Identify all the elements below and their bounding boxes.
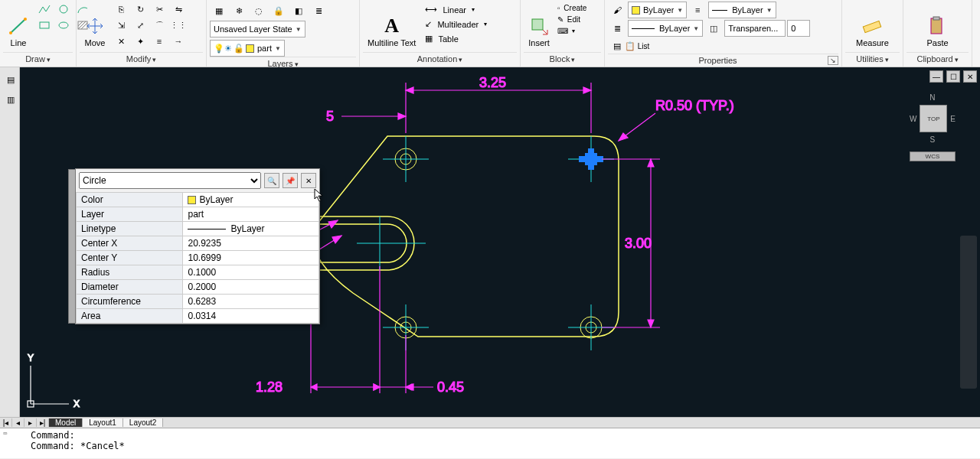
viewcube-n[interactable]: N (910, 93, 956, 102)
create-block-button[interactable]: ▫ Create (556, 3, 588, 13)
ellipse-button[interactable] (54, 18, 73, 33)
offset-button[interactable]: ≡ (150, 34, 168, 49)
palette-btn-2[interactable]: ▥ (2, 92, 20, 107)
prop-val[interactable]: 10.6999 (183, 251, 319, 265)
layer-props-button[interactable]: ▦ (210, 3, 228, 18)
property-row[interactable]: ColorByLayer (77, 193, 319, 207)
mirror-button[interactable]: ⇋ (169, 2, 188, 17)
fillet-button[interactable]: ⌒ (150, 18, 168, 33)
viewport-minimize-button[interactable]: — (929, 70, 943, 83)
tab-nav-last[interactable]: ▸| (37, 418, 49, 427)
viewcube-face[interactable]: TOP (920, 105, 947, 132)
palette-pin-button[interactable]: 📌 (283, 173, 298, 188)
multileader-button[interactable]: ↙ Multileader ▾ (422, 18, 490, 31)
panel-title-draw[interactable]: Draw▾ (3, 52, 73, 65)
property-row[interactable]: LinetypeByLayer (77, 222, 319, 236)
layer-freeze-button[interactable]: ❄ (230, 3, 248, 18)
trim-button[interactable]: ✂ (150, 2, 168, 17)
extend-button[interactable]: → (169, 34, 188, 49)
transparency-value[interactable]: 0 (787, 20, 810, 37)
prop-val[interactable]: 0.2000 (183, 280, 319, 295)
palette-btn-1[interactable]: ▤ (2, 72, 20, 87)
linear-dim-button[interactable]: ⟷ Linear ▾ (422, 3, 490, 16)
erase-button[interactable]: ✕ (112, 34, 130, 49)
tab-nav-next[interactable]: ▸ (24, 418, 37, 427)
palette-close-button[interactable]: ✕ (301, 173, 316, 188)
prop-val[interactable]: ByLayer (183, 193, 319, 207)
panel-title-annotation[interactable]: Annotation▾ (363, 52, 517, 65)
layer-lock-button[interactable]: 🔒 (270, 3, 288, 18)
panel-title-utilities[interactable]: Utilities▾ (845, 52, 900, 65)
rectangle-button[interactable] (35, 18, 54, 33)
panel-title-block[interactable]: Block▾ (524, 52, 601, 65)
table-button[interactable]: ▦ Table (422, 32, 490, 45)
property-row[interactable]: Circumference0.6283 (77, 295, 319, 309)
transparency-label[interactable]: Transparen... (724, 20, 786, 37)
edit-attr-button[interactable]: ⌨ ▾ (556, 26, 588, 36)
rotate-button[interactable]: ↻ (131, 2, 149, 17)
layer-state-combo[interactable]: Unsaved Layer State▼ (210, 21, 305, 37)
move-tool-button[interactable]: Move (80, 2, 110, 49)
circle-button[interactable] (54, 2, 73, 17)
palette-grip[interactable] (68, 169, 76, 324)
edit-block-button[interactable]: ✎ Edit (556, 15, 588, 24)
measure-button[interactable]: Measure (851, 2, 893, 49)
prop-val[interactable]: 0.0314 (183, 309, 319, 324)
layer-match-button[interactable]: ≣ (309, 3, 328, 18)
property-row[interactable]: Center Y10.6999 (77, 251, 319, 265)
layer-off-button[interactable]: ◌ (250, 3, 268, 18)
match-props-button[interactable]: 🖌 (608, 2, 626, 18)
transp-icon[interactable]: ◫ (704, 21, 723, 36)
paste-button[interactable]: Paste (922, 2, 952, 49)
drawing-area[interactable]: ▤ ▥ — ☐ ✕ N W TOP E S WCS (0, 67, 980, 417)
linetype-combo[interactable]: ByLayer▼ (708, 2, 776, 18)
panel-title-clipboard[interactable]: Clipboard▾ (906, 52, 969, 65)
navbar-strip[interactable] (960, 236, 977, 389)
viewcube-s[interactable]: S (910, 135, 956, 144)
selection-grip[interactable] (579, 148, 603, 170)
color-combo[interactable]: ByLayer▼ (628, 2, 687, 18)
property-row[interactable]: Layerpart (77, 207, 319, 222)
object-type-select[interactable]: Circle (79, 172, 261, 189)
viewport-maximize-button[interactable]: ☐ (946, 70, 960, 83)
mtext-button[interactable]: A Multiline Text (363, 2, 420, 49)
list-button[interactable]: 📋 List (628, 38, 646, 54)
viewport-close-button[interactable]: ✕ (963, 70, 977, 83)
line-tool-button[interactable]: Line (3, 2, 34, 49)
command-window[interactable]: ⌨ Command: Command: *Cancel* (0, 428, 980, 458)
tab-model[interactable]: Model (49, 418, 83, 427)
lineweight-combo[interactable]: ByLayer▼ (628, 20, 703, 37)
prop-val[interactable]: 0.1000 (183, 265, 319, 280)
insert-block-button[interactable]: Insert (524, 2, 554, 49)
prop-val[interactable]: 20.9235 (183, 236, 319, 251)
viewcube[interactable]: N W TOP E S WCS (910, 93, 956, 161)
panel-title-modify[interactable]: Modify▾ (80, 52, 203, 65)
props3-a[interactable]: ▤ (608, 38, 626, 54)
stretch-button[interactable]: ⇲ (112, 18, 130, 33)
viewcube-w[interactable]: W (910, 115, 916, 123)
wcs-badge[interactable]: WCS (910, 151, 956, 161)
property-row[interactable]: Center X20.9235 (77, 236, 319, 251)
tab-nav-prev[interactable]: ◂ (12, 418, 24, 427)
copy-button[interactable]: ⎘ (112, 2, 130, 17)
layer-iso-button[interactable]: ◧ (289, 3, 308, 18)
bylayer-button[interactable]: ≡ (688, 2, 707, 18)
prop-val[interactable]: part (183, 207, 319, 222)
panel-title-properties[interactable]: Properties↘ (608, 54, 838, 67)
property-row[interactable]: Diameter0.2000 (77, 280, 319, 295)
explode-button[interactable]: ✦ (131, 34, 149, 49)
lw-icon[interactable]: ≣ (608, 21, 626, 36)
property-row[interactable]: Area0.0314 (77, 309, 319, 324)
property-row[interactable]: Radius0.1000 (77, 265, 319, 280)
array-button[interactable]: ⋮⋮ (169, 18, 188, 33)
polyline-button[interactable] (35, 2, 54, 17)
tab-nav-first[interactable]: |◂ (0, 418, 12, 427)
current-layer-combo[interactable]: 💡☀🔓part▼ (210, 40, 285, 57)
prop-val[interactable]: 0.6283 (183, 295, 319, 309)
tab-layout2[interactable]: Layout2 (123, 418, 164, 427)
scale-button[interactable]: ⤢ (131, 18, 149, 33)
tab-layout1[interactable]: Layout1 (83, 418, 123, 427)
quick-select-button[interactable]: 🔍 (264, 173, 279, 188)
prop-val[interactable]: ByLayer (183, 222, 319, 236)
viewcube-e[interactable]: E (950, 115, 956, 123)
